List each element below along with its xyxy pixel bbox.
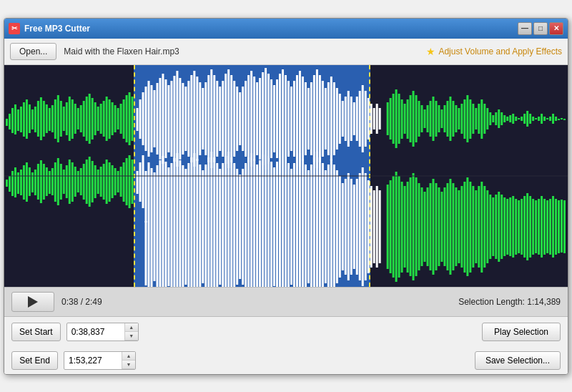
svg-rect-371 xyxy=(327,165,330,216)
title-controls: — □ ✕ xyxy=(518,22,563,35)
start-spin-down[interactable]: ▼ xyxy=(125,332,138,340)
svg-rect-225 xyxy=(94,165,97,198)
svg-rect-311 xyxy=(242,169,244,220)
svg-rect-253 xyxy=(159,160,161,212)
svg-rect-139 xyxy=(410,95,412,142)
svg-rect-174 xyxy=(509,115,511,122)
svg-rect-446 xyxy=(440,243,443,262)
svg-rect-526 xyxy=(555,250,557,255)
svg-rect-265 xyxy=(176,153,178,205)
svg-rect-54 xyxy=(162,74,164,164)
svg-rect-283 xyxy=(202,170,204,222)
svg-rect-109 xyxy=(319,75,321,162)
svg-rect-172 xyxy=(503,115,506,122)
svg-rect-282 xyxy=(202,222,204,283)
svg-rect-492 xyxy=(506,250,508,255)
svg-rect-431 xyxy=(418,183,420,235)
svg-rect-190 xyxy=(555,117,557,121)
svg-rect-456 xyxy=(455,239,457,266)
end-time-input[interactable] xyxy=(64,353,122,368)
svg-rect-68 xyxy=(202,88,204,150)
svg-rect-430 xyxy=(418,235,420,270)
svg-rect-386 xyxy=(350,230,352,275)
svg-rect-191 xyxy=(558,119,560,120)
svg-rect-481 xyxy=(489,195,491,246)
svg-rect-56 xyxy=(167,85,169,152)
play-button[interactable] xyxy=(11,292,54,312)
svg-rect-532 xyxy=(563,252,566,253)
set-end-button[interactable]: Set End xyxy=(11,351,58,370)
svg-rect-160 xyxy=(469,99,471,139)
start-time-input[interactable] xyxy=(67,324,124,340)
svg-rect-2 xyxy=(11,108,14,133)
svg-rect-266 xyxy=(179,212,181,287)
start-spin-up[interactable]: ▲ xyxy=(125,323,138,332)
svg-rect-332 xyxy=(273,219,275,286)
svg-rect-105 xyxy=(307,88,310,150)
svg-rect-157 xyxy=(460,104,463,134)
svg-rect-138 xyxy=(407,99,409,139)
svg-rect-199 xyxy=(20,170,22,195)
svg-rect-113 xyxy=(330,77,332,161)
svg-rect-351 xyxy=(299,153,301,205)
svg-rect-529 xyxy=(558,200,560,252)
close-button[interactable]: ✕ xyxy=(549,22,563,35)
svg-rect-302 xyxy=(230,209,232,287)
svg-rect-471 xyxy=(475,190,477,242)
start-spin-buttons: ▲ ▼ xyxy=(124,323,138,340)
svg-rect-366 xyxy=(322,215,324,287)
adjust-volume-link[interactable]: ★ Adjust Volume and Apply Effects xyxy=(426,46,562,57)
minimize-button[interactable]: — xyxy=(518,22,532,35)
svg-rect-438 xyxy=(429,235,431,270)
svg-rect-414 xyxy=(395,223,398,282)
svg-rect-207 xyxy=(43,164,45,200)
svg-rect-74 xyxy=(219,87,221,151)
svg-rect-303 xyxy=(230,157,232,209)
svg-rect-511 xyxy=(532,199,534,250)
play-selection-button[interactable]: Play Selection xyxy=(482,323,561,341)
svg-rect-318 xyxy=(253,210,255,287)
svg-rect-94 xyxy=(276,79,278,158)
svg-rect-315 xyxy=(247,157,250,209)
svg-rect-375 xyxy=(333,165,335,216)
svg-rect-420 xyxy=(404,237,406,268)
svg-rect-325 xyxy=(262,155,264,206)
waveform-area[interactable] xyxy=(4,65,568,287)
svg-rect-4 xyxy=(17,109,19,131)
svg-rect-120 xyxy=(350,97,352,141)
svg-rect-501 xyxy=(518,200,520,252)
svg-rect-336 xyxy=(279,207,281,287)
svg-rect-42 xyxy=(126,95,128,142)
svg-rect-256 xyxy=(164,213,167,287)
maximize-button[interactable]: □ xyxy=(533,22,548,35)
svg-rect-441 xyxy=(432,179,434,230)
svg-rect-337 xyxy=(279,156,281,207)
start-time-input-group: ▲ ▼ xyxy=(66,323,139,341)
svg-rect-19 xyxy=(60,101,62,137)
set-start-button[interactable]: Set Start xyxy=(11,323,61,341)
svg-rect-415 xyxy=(395,172,398,223)
svg-rect-64 xyxy=(190,75,192,162)
save-selection-button[interactable]: Save Selection... xyxy=(475,351,561,370)
svg-rect-103 xyxy=(302,77,304,161)
svg-rect-15 xyxy=(49,108,51,131)
svg-rect-75 xyxy=(222,81,224,157)
open-button[interactable]: Open... xyxy=(10,43,56,60)
svg-rect-322 xyxy=(259,212,261,287)
svg-rect-309 xyxy=(239,175,241,226)
star-icon: ★ xyxy=(426,46,435,57)
svg-rect-357 xyxy=(307,170,310,222)
svg-rect-111 xyxy=(325,88,327,150)
end-spin-up[interactable]: ▲ xyxy=(122,352,135,361)
svg-rect-8 xyxy=(29,104,31,133)
svg-rect-214 xyxy=(63,170,65,194)
svg-rect-129 xyxy=(376,104,378,134)
svg-rect-443 xyxy=(435,183,437,235)
svg-rect-305 xyxy=(233,163,235,215)
end-spin-down[interactable]: ▼ xyxy=(122,361,135,369)
svg-rect-32 xyxy=(97,107,99,131)
svg-rect-459 xyxy=(458,190,460,242)
svg-rect-80 xyxy=(236,87,238,151)
svg-rect-252 xyxy=(159,212,161,287)
svg-rect-524 xyxy=(552,248,554,258)
